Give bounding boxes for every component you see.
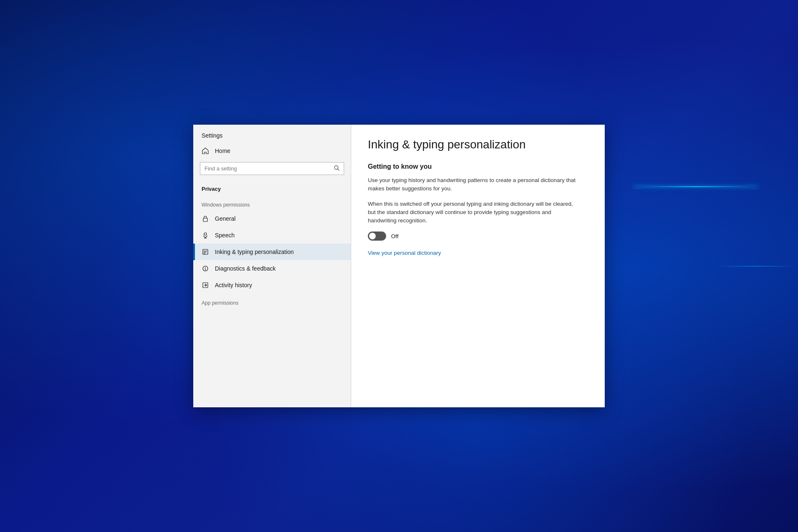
speech-icon: [202, 232, 209, 239]
svg-point-3: [204, 233, 207, 235]
page-title: Inking & typing personalization: [368, 138, 588, 151]
activity-icon: [202, 281, 209, 289]
inking-label: Inking & typing personalization: [215, 249, 294, 255]
diagnostics-label: Diagnostics & feedback: [215, 265, 276, 272]
settings-window: Settings Home Privacy Windows permission…: [193, 125, 605, 407]
privacy-label: Privacy: [193, 178, 351, 195]
svg-line-1: [338, 169, 340, 171]
toggle-row: Off: [368, 232, 588, 241]
home-nav-item[interactable]: Home: [193, 143, 351, 159]
svg-rect-2: [203, 218, 207, 222]
sidebar-title: Settings: [193, 125, 351, 143]
toggle-knob: [369, 233, 376, 239]
inking-icon: [202, 248, 209, 256]
sidebar-item-inking[interactable]: Inking & typing personalization: [193, 244, 351, 260]
sidebar-item-activity[interactable]: Activity history: [193, 277, 351, 293]
activity-label: Activity history: [215, 282, 252, 288]
description-2: When this is switched off your personal …: [368, 200, 576, 225]
toggle-state-label: Off: [391, 233, 399, 239]
speech-label: Speech: [215, 232, 234, 239]
sidebar-item-diagnostics[interactable]: Diagnostics & feedback: [193, 260, 351, 277]
description-1: Use your typing history and handwriting …: [368, 176, 576, 193]
sidebar-item-general[interactable]: General: [193, 210, 351, 227]
main-content: Inking & typing personalization Getting …: [351, 125, 605, 407]
svg-point-11: [205, 267, 206, 268]
search-icon: [334, 165, 340, 172]
personal-dictionary-link[interactable]: View your personal dictionary: [368, 250, 441, 256]
search-input[interactable]: [204, 165, 330, 172]
search-box[interactable]: [200, 162, 344, 175]
windows-permissions-header: Windows permissions: [193, 195, 351, 210]
section-title: Getting to know you: [368, 163, 588, 170]
lock-icon: [202, 215, 209, 222]
sidebar: Settings Home Privacy Windows permission…: [193, 125, 351, 407]
sidebar-item-speech[interactable]: Speech: [193, 227, 351, 244]
getting-to-know-toggle[interactable]: [368, 232, 386, 241]
general-label: General: [215, 215, 236, 222]
diagnostics-icon: [202, 265, 209, 272]
home-icon: [202, 147, 209, 155]
app-permissions-header: App permissions: [193, 293, 351, 308]
home-label: Home: [215, 148, 230, 154]
